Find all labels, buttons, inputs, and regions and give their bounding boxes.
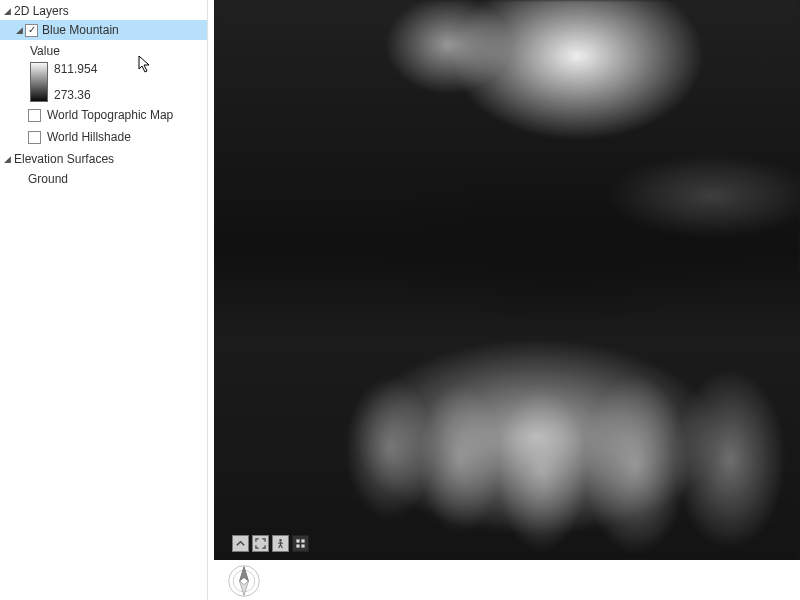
svg-rect-2 — [301, 539, 304, 542]
navigator-toolbar — [232, 535, 309, 552]
north-arrow-icon — [226, 563, 262, 599]
svg-point-0 — [279, 539, 281, 541]
layer-world-hillshade[interactable]: World Hillshade — [0, 126, 207, 148]
layer-world-topographic[interactable]: World Topographic Map — [0, 104, 207, 126]
ramp-high-value: 811.954 — [54, 62, 97, 76]
pedestrian-icon — [275, 538, 286, 549]
layer-symbology: Value 811.954 273.36 — [0, 40, 207, 104]
group-label: Elevation Surfaces — [14, 152, 114, 166]
collapse-arrow-icon: ◢ — [2, 6, 12, 16]
ramp-low-value: 273.36 — [54, 88, 97, 102]
layers-panel: ◢ 2D Layers ◢ Blue Mountain Value 811.95… — [0, 0, 208, 600]
svg-rect-4 — [301, 544, 304, 547]
svg-rect-3 — [296, 544, 299, 547]
ramp-swatch — [30, 62, 48, 102]
terrain-raster — [214, 0, 800, 560]
symbology-title: Value — [30, 42, 207, 60]
map-canvas[interactable] — [214, 0, 800, 560]
layer-label: World Hillshade — [47, 130, 131, 144]
collapse-arrow-icon: ◢ — [14, 25, 24, 35]
layer-visibility-checkbox[interactable] — [28, 131, 41, 144]
elevation-ground[interactable]: Ground — [0, 168, 207, 190]
layer-label: Blue Mountain — [42, 23, 119, 37]
svg-rect-1 — [296, 539, 299, 542]
caret-up-icon — [235, 538, 246, 549]
grid-icon — [295, 538, 306, 549]
explore-button[interactable] — [232, 535, 249, 552]
group-elevation-surfaces[interactable]: ◢ Elevation Surfaces — [0, 150, 207, 168]
layer-visibility-checkbox[interactable] — [25, 24, 38, 37]
color-ramp: 811.954 273.36 — [30, 62, 207, 102]
view-mode-button[interactable] — [292, 535, 309, 552]
map-footer — [214, 562, 800, 600]
layer-visibility-checkbox[interactable] — [28, 109, 41, 122]
pedestrian-view-button[interactable] — [272, 535, 289, 552]
group-label: 2D Layers — [14, 4, 69, 18]
elevation-item-label: Ground — [28, 172, 68, 186]
full-extent-button[interactable] — [252, 535, 269, 552]
map-view[interactable] — [208, 0, 800, 600]
full-extent-icon — [255, 538, 266, 549]
collapse-arrow-icon: ◢ — [2, 154, 12, 164]
group-2d-layers[interactable]: ◢ 2D Layers — [0, 2, 207, 20]
layer-blue-mountain[interactable]: ◢ Blue Mountain — [0, 20, 207, 40]
layer-label: World Topographic Map — [47, 108, 173, 122]
